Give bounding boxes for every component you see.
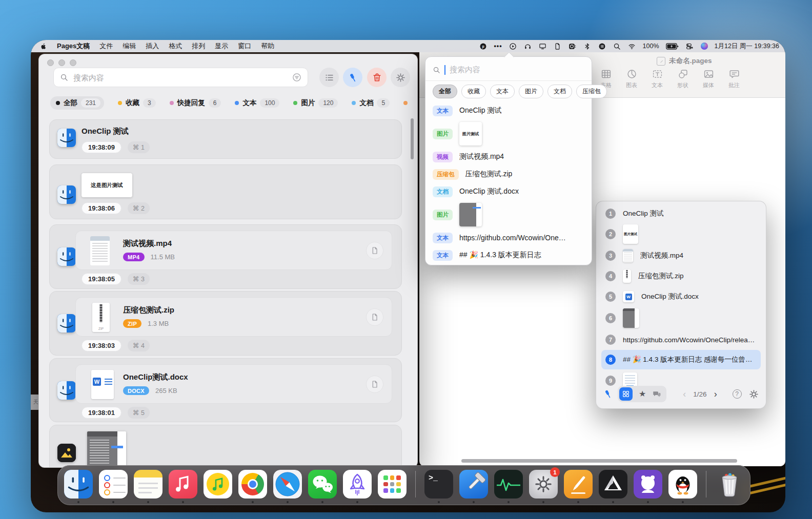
filter-chip-quick-reply[interactable]: 快捷回复6 (170, 98, 221, 108)
help-button[interactable]: ? (733, 389, 742, 399)
pages-tool-text[interactable]: 文本 (648, 69, 666, 89)
dock-qq-music[interactable] (204, 470, 232, 499)
dock-trash[interactable] (715, 470, 744, 499)
wifi-icon[interactable] (628, 42, 636, 50)
grid-view-button[interactable] (619, 387, 633, 401)
next-page-icon[interactable]: › (714, 389, 717, 400)
minimize-button[interactable] (58, 59, 65, 66)
apple-menu-icon[interactable] (39, 42, 47, 50)
pages-tool-shape[interactable]: 形状 (674, 69, 692, 89)
chip-favorites[interactable]: 收藏 (461, 85, 486, 98)
dock-wechat[interactable] (308, 470, 337, 499)
menu-item-insert[interactable]: 插入 (146, 41, 159, 51)
quick-item-5[interactable]: 5WOneClip 测试.docx (601, 286, 761, 307)
clipboard-card-image[interactable]: 这是图片测试 19:38:06 ⌘ 2 (49, 164, 402, 219)
control-center-icon[interactable] (686, 42, 694, 50)
quick-item-3[interactable]: 3测试视频.mp4 (601, 245, 761, 266)
popover-item[interactable]: 文本https://github.com/Wcowin/OneClip/r… (433, 229, 588, 246)
dock-finder[interactable] (64, 470, 93, 499)
dock-rocket-launcher[interactable] (343, 470, 372, 499)
popover-item[interactable]: 压缩包压缩包测试.zip (433, 165, 588, 183)
headphones-icon[interactable] (524, 42, 532, 50)
p-circle-icon[interactable] (479, 42, 488, 50)
pages-tool-chart[interactable]: 图表 (623, 69, 640, 89)
quick-item-8-selected[interactable]: 8## 🎉 1.4.3 版本更新日志 感谢每一位曾经和未… (601, 350, 761, 369)
parallels-icon[interactable] (598, 42, 606, 50)
dock-launchpad[interactable] (378, 470, 407, 499)
popover-item[interactable]: 文档OneClip 测试.docx (433, 183, 588, 200)
open-file-button[interactable] (366, 308, 383, 326)
popover-item[interactable]: 文本## 🎉 1.4.3 版本更新日志 (433, 246, 588, 264)
open-file-button[interactable] (366, 242, 383, 259)
menu-item-window[interactable]: 窗口 (238, 41, 251, 51)
dock-safari[interactable] (273, 470, 302, 499)
menu-item-help[interactable]: 帮助 (261, 41, 274, 51)
list-view-button[interactable] (319, 68, 339, 87)
gear-icon[interactable] (749, 389, 759, 399)
quick-item-2[interactable]: 2图片测试 (601, 223, 761, 245)
popover-item[interactable]: 图片图片测试 (433, 119, 588, 148)
clipboard-card-zip[interactable]: ZIP 压缩包测试.zip ZIP 1.3 MB 19:38:03 ⌘ 4 (49, 291, 402, 356)
dock-github-desktop[interactable] (634, 470, 662, 499)
bluetooth-icon[interactable] (583, 42, 592, 50)
filter-chip-image[interactable]: 图片120 (293, 98, 338, 108)
settings-button[interactable] (391, 68, 410, 87)
chip-image[interactable]: 图片 (519, 85, 543, 98)
favorites-button[interactable]: ★ (639, 390, 646, 398)
filter-chip-document[interactable]: 文档5 (352, 98, 390, 108)
filter-icon[interactable] (292, 73, 301, 82)
chip-document[interactable]: 文档 (547, 85, 572, 98)
open-file-button[interactable] (366, 376, 383, 393)
menu-item-edit[interactable]: 编辑 (123, 41, 136, 51)
clipboard-card-screenshot[interactable] (49, 425, 402, 468)
popover-search[interactable]: 搜索内容 (433, 61, 584, 78)
dock-qq[interactable] (668, 470, 697, 499)
menu-app-name[interactable]: Pages文稿 (57, 41, 90, 51)
filter-chip-text[interactable]: 文本100 (235, 98, 279, 108)
prev-page-icon[interactable]: ‹ (683, 389, 686, 400)
search-input[interactable] (72, 73, 288, 82)
menu-item-view[interactable]: 显示 (215, 41, 228, 51)
quick-item-7[interactable]: 7https://github.com/Wcowin/OneClip/relea… (601, 329, 761, 350)
popover-item[interactable]: 文本OneClip 测试 (433, 102, 588, 119)
filter-chip-all[interactable]: 全部231 (50, 96, 104, 110)
close-button[interactable] (47, 59, 54, 66)
siri-icon[interactable] (701, 43, 708, 50)
popover-item[interactable]: 视频测试视频.mp4 (433, 148, 588, 165)
clipboard-card-docx[interactable]: W OneClip测试.docx DOCX 265 KB 19:38:01 ⌘ … (49, 358, 402, 422)
filter-chip-partial[interactable] (403, 101, 405, 105)
menu-bar-clock[interactable]: 1月12日 周一 19:39:36 (715, 42, 779, 51)
menu-item-format[interactable]: 格式 (169, 41, 182, 51)
record-icon[interactable] (569, 42, 577, 50)
oneclip-menubar-icon[interactable] (554, 42, 562, 50)
chip-archive[interactable]: 压缩包 (576, 85, 607, 98)
quick-reply-button[interactable] (652, 389, 661, 399)
quick-item-1[interactable]: 1OneClip 测试 (601, 204, 761, 223)
popover-item[interactable]: 图片 (433, 200, 588, 229)
pin-icon[interactable] (603, 389, 613, 399)
pages-tool-media[interactable]: 媒体 (700, 69, 717, 89)
dock-xcode[interactable] (459, 470, 488, 499)
battery-icon[interactable] (666, 42, 679, 50)
spotlight-icon[interactable] (613, 42, 621, 50)
clear-all-button[interactable] (367, 68, 387, 87)
pages-tool-comment[interactable]: 批注 (725, 69, 743, 89)
pin-window-button[interactable] (343, 68, 362, 87)
dock-unity[interactable] (599, 470, 627, 499)
play-circle-icon[interactable] (509, 42, 517, 50)
horizontal-scrollbar[interactable] (461, 459, 737, 463)
menu-item-file[interactable]: 文件 (99, 41, 113, 51)
dock-music[interactable] (169, 470, 197, 499)
dock-activity-monitor[interactable] (494, 470, 523, 499)
dock-terminal[interactable]: >_ (424, 470, 453, 499)
menu-item-arrange[interactable]: 排列 (192, 41, 205, 51)
chip-all[interactable]: 全部 (433, 85, 457, 98)
vertical-scrollbar[interactable] (411, 118, 414, 159)
clipboard-card-video[interactable]: 测试视频.mp4 MP4 11.5 MB 19:38:05 ⌘ 3 (49, 224, 402, 289)
chip-text[interactable]: 文本 (490, 85, 515, 98)
dock-reminders[interactable] (99, 470, 128, 499)
ellipsis-icon[interactable]: ••• (494, 42, 502, 50)
display-icon[interactable] (539, 42, 547, 50)
quick-item-4[interactable]: 4压缩包测试.zip (601, 266, 761, 286)
clipboard-card-text[interactable]: OneClip 测试 19:38:09 ⌘ 1 (49, 119, 402, 159)
